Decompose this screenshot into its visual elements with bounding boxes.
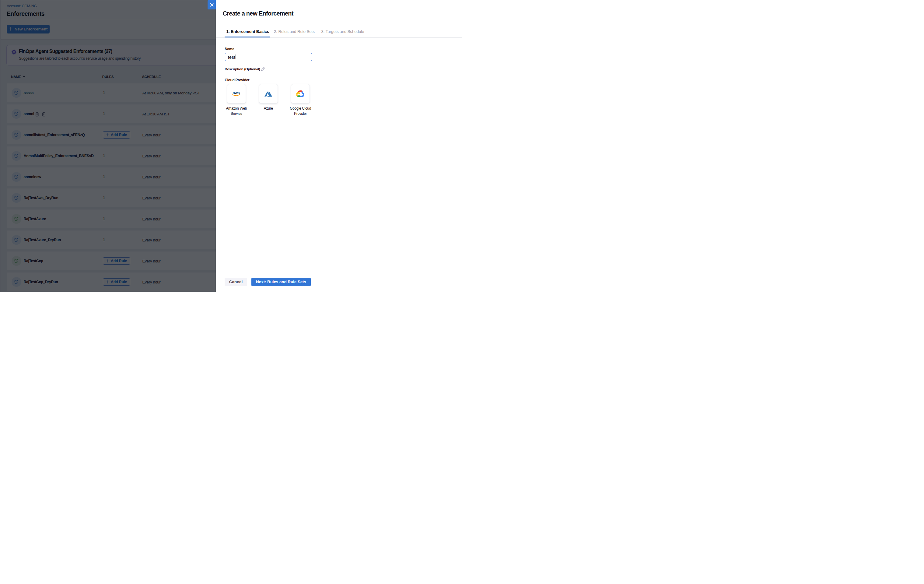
svg-text:aws: aws [233, 91, 239, 95]
